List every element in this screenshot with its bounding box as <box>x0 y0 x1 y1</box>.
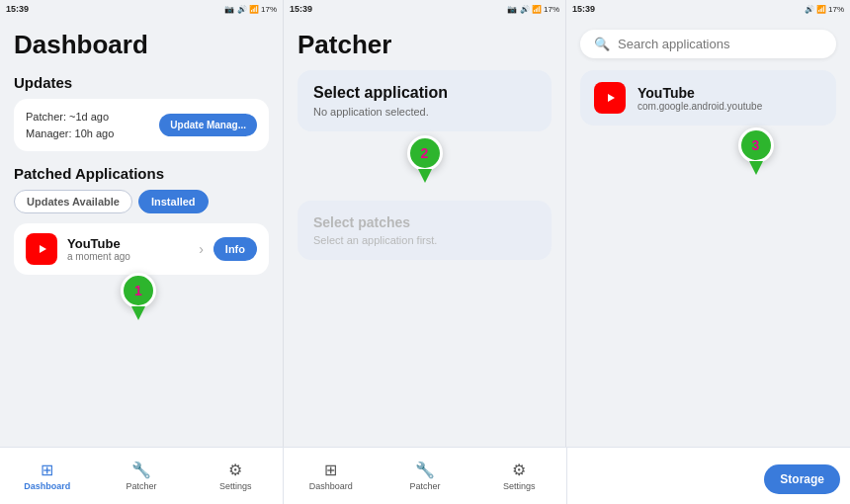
search-input[interactable] <box>618 37 822 51</box>
youtube-info: YouTube a moment ago <box>67 236 189 262</box>
dashboard-icon-2: ⊞ <box>324 461 337 479</box>
yt-result-name: YouTube <box>638 85 762 101</box>
yt-result-pkg: com.google.android.youtube <box>638 101 762 112</box>
chevron-icon: › <box>199 241 204 257</box>
youtube-sub: a moment ago <box>67 251 189 262</box>
status-time-1: 15:39 <box>6 4 29 14</box>
select-app-card[interactable]: Select application No application select… <box>298 70 552 131</box>
patcher-icon-1: 🔧 <box>131 461 151 479</box>
annotation-1: 1 <box>121 273 156 320</box>
status-icons-1: 📷 🔊 📶 17% <box>224 5 277 14</box>
status-bar-1: 15:39 📷 🔊 📶 17% <box>0 0 284 18</box>
status-icons-3: 🔊 📶 17% <box>805 5 844 14</box>
pin-circle-2: 2 <box>407 135 443 171</box>
yt-result-info: YouTube com.google.android.youtube <box>638 85 762 112</box>
status-bar-2: 15:39 📷 🔊 📶 17% <box>284 0 566 18</box>
nav-section-2: ⊞ Dashboard 🔧 Patcher ⚙ Settings <box>284 448 567 504</box>
settings-icon-2: ⚙ <box>512 461 526 479</box>
nav-dashboard-1[interactable]: ⊞ Dashboard <box>0 448 94 504</box>
yt-result-card[interactable]: YouTube com.google.android.youtube 3 <box>580 70 836 126</box>
search-bar[interactable]: 🔍 <box>580 30 836 58</box>
update-texts: Patcher: ~1d ago Manager: 10h ago <box>26 109 114 141</box>
youtube-icon <box>26 233 57 265</box>
nav-patcher-2[interactable]: 🔧 Patcher <box>378 448 471 504</box>
settings-label-1: Settings <box>219 481 252 491</box>
patcher-title: Patcher <box>298 30 552 60</box>
dashboard-title: Dashboard <box>14 30 269 60</box>
panel-patcher: Patcher Select application No applicatio… <box>284 18 566 447</box>
patcher-label-2: Patcher <box>409 481 440 491</box>
info-button[interactable]: Info <box>213 237 257 261</box>
update-text-1: Patcher: ~1d ago <box>26 109 114 126</box>
select-app-sub: No application selected. <box>313 106 536 118</box>
pin-tail-1 <box>131 306 145 320</box>
pin-tail-2 <box>418 169 432 183</box>
update-card: Patcher: ~1d ago Manager: 10h ago Update… <box>14 99 269 151</box>
dashboard-icon-1: ⊞ <box>41 461 53 479</box>
pin-tail-3 <box>749 161 763 175</box>
pin-label-2: 2 <box>421 145 429 161</box>
status-bar-3: 15:39 🔊 📶 17% <box>566 0 850 18</box>
bottom-nav: ⊞ Dashboard 🔧 Patcher ⚙ Settings ⊞ Dashb… <box>0 447 850 504</box>
pin-label-3: 3 <box>752 137 760 153</box>
status-time-2: 15:39 <box>290 4 312 14</box>
pin-label-1: 1 <box>134 283 142 298</box>
storage-button[interactable]: Storage <box>764 464 840 494</box>
yt-result-icon <box>594 82 626 114</box>
status-bars: 15:39 📷 🔊 📶 17% 15:39 📷 🔊 📶 17% 15:39 🔊 … <box>0 0 850 18</box>
annotation-2: 2 <box>407 135 443 183</box>
search-icon: 🔍 <box>594 37 610 51</box>
youtube-app-card[interactable]: YouTube a moment ago › Info 1 <box>14 223 269 275</box>
nav-section-1: ⊞ Dashboard 🔧 Patcher ⚙ Settings <box>0 448 284 504</box>
status-time-3: 15:39 <box>572 4 595 14</box>
pin-circle-1: 1 <box>121 273 156 308</box>
update-text-2: Manager: 10h ago <box>26 126 114 142</box>
status-icons-2: 📷 🔊 📶 17% <box>507 5 559 14</box>
settings-icon-1: ⚙ <box>228 461 242 479</box>
select-patches-card: Select patches Select an application fir… <box>298 201 552 260</box>
pin-circle-3: 3 <box>738 127 774 163</box>
dashboard-label-2: Dashboard <box>309 481 353 491</box>
annotation-3: 3 <box>738 127 774 175</box>
nav-section-3: Storage <box>567 448 850 504</box>
panel-search: 🔍 YouTube com.google.android.youtube 3 <box>566 18 850 447</box>
nav-dashboard-2[interactable]: ⊞ Dashboard <box>284 448 378 504</box>
tab-installed[interactable]: Installed <box>138 190 209 213</box>
patched-apps-tabs: Updates Available Installed <box>14 190 269 213</box>
select-patches-sub: Select an application first. <box>313 234 536 246</box>
youtube-name: YouTube <box>67 236 189 251</box>
patcher-label-1: Patcher <box>126 481 156 491</box>
updates-header: Updates <box>14 74 269 91</box>
dashboard-label-1: Dashboard <box>24 481 70 491</box>
settings-label-2: Settings <box>503 481 536 491</box>
nav-patcher-1[interactable]: 🔧 Patcher <box>94 448 188 504</box>
patcher-icon-2: 🔧 <box>415 461 435 479</box>
select-patches-title: Select patches <box>313 214 536 230</box>
panel-dashboard: Dashboard Updates Patcher: ~1d ago Manag… <box>0 18 284 447</box>
nav-settings-2[interactable]: ⚙ Settings <box>472 448 566 504</box>
select-app-title: Select application <box>313 84 536 102</box>
panels-wrapper: Dashboard Updates Patcher: ~1d ago Manag… <box>0 18 850 447</box>
update-manager-button[interactable]: Update Manag... <box>159 114 257 136</box>
tab-updates-available[interactable]: Updates Available <box>14 190 132 213</box>
nav-settings-1[interactable]: ⚙ Settings <box>189 448 283 504</box>
patched-apps-header: Patched Applications <box>14 165 269 182</box>
